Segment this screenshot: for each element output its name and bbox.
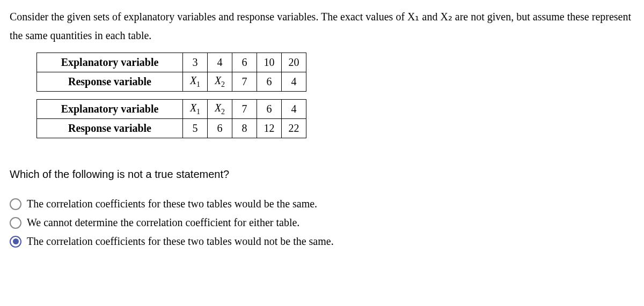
- options-group: The correlation coefficients for these t…: [10, 198, 634, 248]
- intro-text: Consider the given sets of explanatory v…: [10, 8, 634, 45]
- row-label: Response variable: [37, 119, 183, 138]
- cell: 4: [208, 53, 232, 72]
- table-row: Response variable 5 6 8 12 22: [37, 119, 306, 138]
- cell: 7: [232, 72, 257, 92]
- table-row: Explanatory variable X1 X2 7 6 4: [37, 100, 306, 119]
- row-label: Explanatory variable: [37, 53, 183, 72]
- tables-container: Explanatory variable 3 4 6 10 20 Respons…: [36, 53, 634, 138]
- table-1: Explanatory variable 3 4 6 10 20 Respons…: [36, 53, 306, 92]
- cell: 6: [257, 100, 282, 119]
- radio-icon[interactable]: [10, 236, 21, 248]
- cell: 5: [183, 119, 208, 138]
- cell: 4: [282, 100, 306, 119]
- table-row: Explanatory variable 3 4 6 10 20: [37, 53, 306, 72]
- cell: X2: [208, 72, 232, 92]
- cell: 20: [282, 53, 306, 72]
- cell: 4: [282, 72, 306, 92]
- table-row: Response variable X1 X2 7 6 4: [37, 72, 306, 92]
- cell: 7: [232, 100, 257, 119]
- cell: 6: [257, 72, 282, 92]
- cell: 10: [257, 53, 282, 72]
- cell: 12: [257, 119, 282, 138]
- row-label: Response variable: [37, 72, 183, 92]
- cell: X1: [183, 100, 208, 119]
- option-label: The correlation coefficients for these t…: [27, 235, 334, 248]
- cell: 8: [232, 119, 257, 138]
- cell: X1: [183, 72, 208, 92]
- cell: 22: [282, 119, 306, 138]
- cell: 6: [208, 119, 232, 138]
- cell: 6: [232, 53, 257, 72]
- table-2: Explanatory variable X1 X2 7 6 4 Respons…: [36, 99, 306, 138]
- option-3[interactable]: The correlation coefficients for these t…: [10, 235, 634, 248]
- cell: X2: [208, 100, 232, 119]
- row-label: Explanatory variable: [37, 100, 183, 119]
- option-label: We cannot determine the correlation coef…: [27, 217, 299, 229]
- option-label: The correlation coefficients for these t…: [27, 198, 317, 210]
- question-text: Which of the following is not a true sta…: [10, 168, 634, 181]
- radio-icon[interactable]: [10, 198, 21, 210]
- option-1[interactable]: The correlation coefficients for these t…: [10, 198, 634, 210]
- cell: 3: [183, 53, 208, 72]
- radio-icon[interactable]: [10, 217, 21, 229]
- option-2[interactable]: We cannot determine the correlation coef…: [10, 217, 634, 229]
